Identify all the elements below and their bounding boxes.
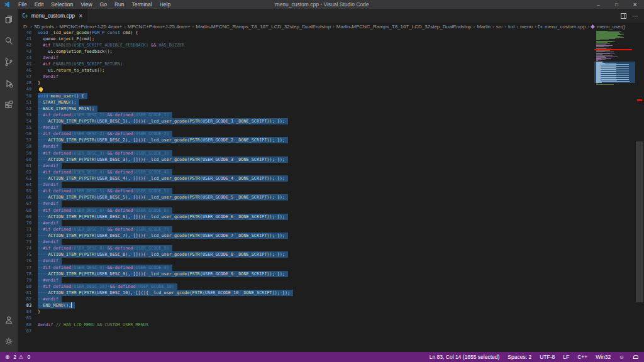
menu-edit[interactable]: Edit [31, 0, 48, 9]
breadcrumb-item[interactable]: src [496, 24, 503, 30]
breadcrumb-item[interactable]: Marlin-MPCNC_Ramps_T8_16T_LCD_32step_Dua… [336, 24, 472, 30]
code-line-64[interactable]: 64··#endif [18, 182, 594, 188]
status-platform[interactable]: Win32 [596, 354, 611, 360]
code-line-56[interactable]: 56··#if·defined(USER_DESC_2)·&&·defined(… [18, 131, 594, 137]
tab-close-icon[interactable]: ✕ [79, 13, 83, 19]
line-number: 71 [18, 226, 31, 233]
code-editor[interactable]: 40void _lcd_user_gcode(PGM_P const cmd) … [18, 31, 644, 352]
breadcrumb-item[interactable]: menu [520, 24, 533, 30]
breadcrumb-item[interactable]: menu_custom.cpp [545, 24, 586, 30]
notifications-bell-icon[interactable] [633, 354, 638, 359]
menu-go[interactable]: Go [96, 0, 111, 9]
code-line-83[interactable]: 83··END_MENU(); [18, 302, 594, 309]
split-editor-icon[interactable] [621, 13, 626, 19]
breadcrumb-item[interactable]: D: [23, 24, 28, 30]
code-line-61[interactable]: 61··#endif [18, 163, 594, 169]
maximize-button[interactable]: □ [608, 0, 626, 9]
code-line-75[interactable]: 75····ACTION_ITEM_P(PSTR(USER_DESC_8),·[… [18, 251, 594, 258]
code-line-62[interactable]: 62··#if·defined(USER_DESC_4)·&&·defined(… [18, 169, 594, 175]
code-line-50[interactable]: 50void·menu_user()·{ [18, 93, 594, 99]
code-line-41[interactable]: 41 queue.inject_P(cmd); [18, 36, 594, 42]
code-line-68[interactable]: 68··#if·defined(USER_DESC_6)·&&·defined(… [18, 207, 594, 214]
code-line-58[interactable]: 58··#endif [18, 143, 594, 150]
code-line-48[interactable]: 48} [18, 80, 594, 86]
menu-run[interactable]: Run [111, 0, 128, 9]
code-action-lightbulb-icon[interactable] [39, 87, 43, 91]
feedback-smiley-icon[interactable]: ☺ [619, 354, 625, 360]
status-encoding[interactable]: UTF-8 [540, 354, 555, 360]
code-line-81[interactable]: 81····ACTION_ITEM_P(PSTR(USER_DESC_10),·… [18, 290, 594, 296]
code-line-63[interactable]: 63····ACTION_ITEM_P(PSTR(USER_DESC_4),·[… [18, 175, 594, 182]
minimap[interactable] [594, 31, 635, 352]
code-line-46[interactable]: 46 ui.return_to_status(); [18, 67, 594, 74]
minimize-button[interactable]: – [589, 0, 608, 9]
problems-summary[interactable]: ⊗ 2 ⚠ 0 [0, 354, 30, 360]
menu-help[interactable]: Help [156, 0, 174, 9]
line-number: 83 [18, 302, 31, 309]
code-line-49[interactable]: 49 [18, 86, 594, 92]
breadcrumb-item[interactable]: MPCNC+Primo+J-25.4mm+ [128, 24, 191, 30]
close-button[interactable]: ✕ [626, 0, 644, 9]
code-line-72[interactable]: 72····ACTION_ITEM_P(PSTR(USER_DESC_7),·[… [18, 233, 594, 239]
search-icon[interactable] [0, 30, 18, 52]
status-eol[interactable]: LF [563, 354, 569, 360]
code-line-86[interactable]: 86#endif // HAS_LCD_MENU && CUSTOM_USER_… [18, 322, 594, 328]
code-line-59[interactable]: 59··#if·defined(USER_DESC_3)·&&·defined(… [18, 150, 594, 156]
run-debug-icon[interactable] [0, 73, 18, 94]
code-line-87[interactable]: 87 [18, 328, 594, 334]
code-line-65[interactable]: 65··#if·defined(USER_DESC_5)·&&·defined(… [18, 188, 594, 194]
code-line-70[interactable]: 70··#endif [18, 220, 594, 226]
more-actions-icon[interactable]: ⋯ [632, 13, 639, 19]
menu-file[interactable]: File [14, 0, 31, 9]
code-line-54[interactable]: 54····ACTION_ITEM_P(PSTR(USER_DESC_1),·[… [18, 118, 594, 124]
code-line-79[interactable]: 79··#endif [18, 277, 594, 283]
breadcrumb-item[interactable]: Marlin-MPCNC_Ramps_T8_16T_LCD_32step_Dua… [196, 24, 331, 30]
status-indentation[interactable]: Spaces: 2 [508, 354, 531, 360]
account-icon[interactable] [0, 309, 18, 331]
code-line-71[interactable]: 71··#if·defined(USER_DESC_7)·&&·defined(… [18, 226, 594, 233]
code-line-82[interactable]: 82··#endif [18, 296, 594, 302]
code-line-60[interactable]: 60····ACTION_ITEM_P(PSTR(USER_DESC_3),·[… [18, 156, 594, 163]
code-line-47[interactable]: 47 #endif [18, 74, 594, 80]
line-number: 51 [18, 99, 31, 106]
code-line-66[interactable]: 66····ACTION_ITEM_P(PSTR(USER_DESC_5),·[… [18, 194, 594, 200]
extensions-icon[interactable] [0, 94, 18, 116]
explorer-icon[interactable] [0, 9, 18, 30]
code-line-67[interactable]: 67··#endif [18, 200, 594, 207]
breadcrumb-item[interactable]: MPCNC+Primo+J-25.4mm+ [59, 24, 122, 30]
code-line-78[interactable]: 78····ACTION_ITEM_P(PSTR(USER_DESC_9),·[… [18, 271, 594, 277]
code-line-43[interactable]: 43 ui.completion_feedback(); [18, 48, 594, 55]
code-line-69[interactable]: 69····ACTION_ITEM_P(PSTR(USER_DESC_6),·[… [18, 214, 594, 220]
code-line-51[interactable]: 51··START_MENU(); [18, 99, 594, 106]
breadcrumb-item[interactable]: 3D prints [34, 24, 54, 30]
source-control-icon[interactable] [0, 52, 18, 73]
menu-view[interactable]: View [77, 0, 96, 9]
code-line-52[interactable]: 52··BACK_ITEM(MSG_MAIN); [18, 106, 594, 112]
code-line-77[interactable]: 77··#if·defined(USER_DESC_9)·&&·defined(… [18, 265, 594, 271]
code-line-80[interactable]: 80··#if·defined(USER_DESC_10)·&&·defined… [18, 283, 594, 290]
code-line-42[interactable]: 42 #if ENABLED(USER_SCRIPT_AUDIBLE_FEEDB… [18, 42, 594, 48]
code-line-45[interactable]: 45 #if ENABLED(USER_SCRIPT_RETURN) [18, 61, 594, 67]
code-line-84[interactable]: 84} [18, 309, 594, 315]
menu-selection[interactable]: Selection [47, 0, 77, 9]
breadcrumb-item[interactable]: lcd [508, 24, 514, 30]
settings-gear-icon[interactable] [0, 331, 18, 352]
minimap-line [596, 54, 602, 55]
menu-terminal[interactable]: Terminal [128, 0, 156, 9]
code-line-74[interactable]: 74··#if·defined(USER_DESC_8)·&&·defined(… [18, 245, 594, 251]
code-line-85[interactable]: 85 [18, 315, 594, 321]
status-language-mode[interactable]: C++ [577, 354, 587, 360]
code-line-44[interactable]: 44 #endif [18, 55, 594, 61]
code-line-40[interactable]: 40void _lcd_user_gcode(PGM_P const cmd) … [18, 31, 594, 36]
vertical-scrollbar[interactable] [635, 31, 644, 352]
tab-menu-custom-cpp[interactable]: C+ menu_custom.cpp ✕ [18, 9, 87, 23]
status-cursor-position[interactable]: Ln 83, Col 14 (1655 selected) [430, 354, 500, 360]
code-line-73[interactable]: 73··#endif [18, 239, 594, 245]
breadcrumb-item[interactable]: menu_user() [597, 24, 625, 30]
code-line-55[interactable]: 55··#endif [18, 124, 594, 131]
code-line-76[interactable]: 76··#endif [18, 258, 594, 264]
code-line-57[interactable]: 57····ACTION_ITEM_P(PSTR(USER_DESC_2),·[… [18, 137, 594, 143]
breadcrumb-item[interactable]: Marlin [477, 24, 491, 30]
scrollbar-thumb[interactable] [636, 141, 643, 302]
code-line-53[interactable]: 53··#if·defined(USER_DESC_1)·&&·defined(… [18, 112, 594, 118]
